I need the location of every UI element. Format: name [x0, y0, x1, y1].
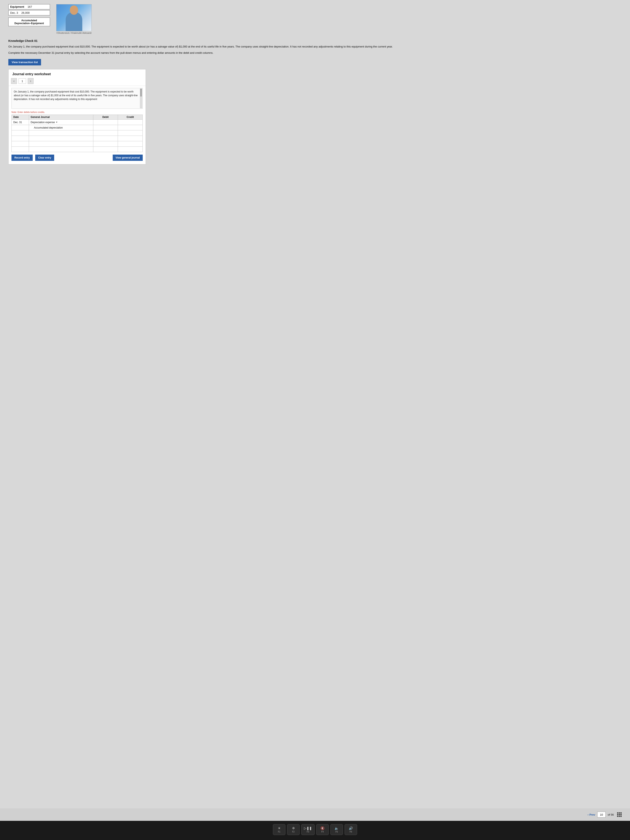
table-row [12, 147, 143, 152]
row2-date [12, 125, 29, 130]
view-general-journal-button[interactable]: View general journal [113, 155, 143, 161]
row2-account: Accumulated depreciation [29, 125, 93, 130]
photo-caption: ©Shutterstock / Khakimullin Aleksandr [57, 32, 92, 34]
dec3-entry: Dec. 3 26,000 [8, 10, 50, 16]
row3-account-input[interactable] [31, 132, 85, 134]
scrollbar-thumb [140, 89, 142, 96]
row2-credit-input[interactable] [120, 126, 139, 129]
grid-view-icon[interactable] [617, 812, 622, 817]
row4-account-input[interactable] [31, 137, 85, 140]
row3-debit-input[interactable] [95, 132, 114, 134]
row2-debit-input[interactable] [95, 126, 114, 129]
t-account-left: Equipment 167 Dec. 3 26,000 Accumulated … [8, 4, 50, 26]
row5-credit[interactable] [118, 141, 143, 147]
equipment-taccount: Equipment 167 [8, 4, 50, 9]
dec3-value: 26,000 [22, 11, 30, 14]
row2-debit[interactable] [93, 125, 118, 130]
row6-debit[interactable] [93, 147, 118, 152]
row6-date [12, 147, 29, 152]
row6-account-input[interactable] [31, 148, 85, 151]
row5-account-input[interactable] [31, 142, 85, 145]
knowledge-check-title: Knowledge Check 01 [8, 39, 622, 43]
row5-date [12, 141, 29, 147]
prev-label: Prev [589, 813, 595, 816]
accum-depreciation-label: Accumulated Depreciation–Equipment [8, 17, 50, 26]
function-key-row: ☀ F1 ✲ F2 ▷❚❚ F3 🔇 F4 🔈 F5 🔊 F6 [4, 824, 626, 835]
row1-account-text: Depreciation expense [31, 121, 55, 124]
journal-table: Date General Journal Debit Credit Dec. 3… [11, 115, 143, 152]
row1-debit-input[interactable] [95, 121, 114, 124]
keyboard-area: ☀ F1 ✲ F2 ▷❚❚ F3 🔇 F4 🔈 F5 🔊 F6 [0, 821, 630, 840]
description-text: On January 1, the company purchased equi… [14, 90, 138, 101]
row3-account[interactable] [29, 130, 93, 136]
mute-icon: 🔇 [321, 826, 325, 830]
row1-credit[interactable] [118, 120, 143, 125]
equipment-label: Equipment [10, 5, 24, 8]
row4-credit[interactable] [118, 136, 143, 141]
f4-key[interactable]: 🔇 F4 [316, 824, 329, 835]
f5-key[interactable]: 🔈 F5 [330, 824, 343, 835]
person-photo [56, 4, 92, 31]
row1-account[interactable]: Depreciation expense ▼ [29, 120, 93, 125]
row5-debit-input[interactable] [95, 142, 114, 145]
next-arrow-button[interactable]: › [28, 78, 33, 84]
prev-arrow-button[interactable]: ‹ [11, 78, 17, 84]
table-row [12, 130, 143, 136]
note-text: Note: Enter debits before credits. [11, 111, 143, 113]
row4-credit-input[interactable] [120, 137, 139, 140]
pagination-bar: ‹ Prev of 56 [0, 808, 630, 821]
row4-debit-input[interactable] [95, 137, 114, 140]
dec3-label: Dec. 3 [10, 11, 18, 14]
row4-account[interactable] [29, 136, 93, 141]
row5-account[interactable] [29, 141, 93, 147]
clear-entry-button[interactable]: Clear entry [35, 155, 54, 161]
row6-debit-input[interactable] [95, 148, 114, 151]
page-number[interactable]: 1 [19, 78, 26, 84]
row3-credit-input[interactable] [120, 132, 139, 134]
page-input[interactable] [597, 812, 606, 818]
row5-debit[interactable] [93, 141, 118, 147]
t-account-area: Equipment 167 Dec. 3 26,000 Accumulated … [8, 4, 622, 34]
header-general-journal: General Journal [29, 115, 93, 120]
row6-credit[interactable] [118, 147, 143, 152]
brightness-up-icon: ✲ [292, 826, 295, 830]
table-row [12, 136, 143, 141]
equipment-value: 167 [27, 5, 32, 8]
volume-down-icon: 🔈 [335, 826, 339, 830]
row5-credit-input[interactable] [120, 142, 139, 145]
description-box: On January 1, the company purchased equi… [11, 88, 143, 109]
row1-debit[interactable] [93, 120, 118, 125]
media-play-pause-icon: ▷❚❚ [304, 826, 312, 830]
view-transaction-list-button[interactable]: View transaction list [8, 59, 41, 65]
journal-actions: Record entry Clear entry View general jo… [8, 152, 145, 161]
table-row [12, 141, 143, 147]
journal-navigation: ‹ 1 › [8, 78, 145, 86]
row3-credit[interactable] [118, 130, 143, 136]
prev-button[interactable]: ‹ Prev [588, 813, 595, 816]
f6-key[interactable]: 🔊 F6 [344, 824, 357, 835]
brightness-down-icon: ☀ [278, 826, 281, 830]
f2-key[interactable]: ✲ F2 [287, 824, 300, 835]
row6-credit-input[interactable] [120, 148, 139, 151]
row2-credit[interactable] [118, 125, 143, 130]
row4-debit[interactable] [93, 136, 118, 141]
photo-area: ©Shutterstock / Khakimullin Aleksandr [56, 4, 92, 34]
journal-card-title: Journal entry worksheet [8, 69, 145, 78]
row3-date [12, 130, 29, 136]
description-scrollbar[interactable] [140, 88, 142, 108]
row1-credit-input[interactable] [120, 121, 139, 124]
f1-key[interactable]: ☀ F1 [273, 824, 286, 835]
table-row: Accumulated depreciation [12, 125, 143, 130]
row3-debit[interactable] [93, 130, 118, 136]
of-pages-label: of 56 [608, 813, 614, 816]
knowledge-check-section: Knowledge Check 01 On January 1, the com… [8, 39, 622, 55]
f3-key[interactable]: ▷❚❚ F3 [301, 824, 314, 835]
prev-arrow-icon: ‹ [588, 813, 589, 816]
row6-account[interactable] [29, 147, 93, 152]
dropdown-arrow-icon[interactable]: ▼ [55, 121, 58, 123]
header-debit: Debit [93, 115, 118, 120]
record-entry-button[interactable]: Record entry [11, 155, 33, 161]
row4-date [12, 136, 29, 141]
volume-up-icon: 🔊 [349, 826, 353, 830]
row1-date: Dec. 31 [12, 120, 29, 125]
